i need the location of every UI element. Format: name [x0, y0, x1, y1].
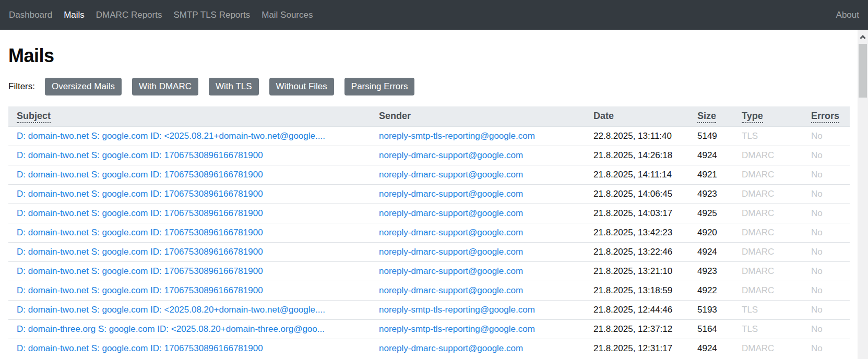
- sender-link[interactable]: noreply-dmarc-support@google.com: [379, 170, 523, 180]
- sender-link: noreply-dmarc-support@google.com: [371, 204, 585, 223]
- size-cell: 4921: [689, 165, 733, 184]
- sender-link[interactable]: noreply-smtp-tls-reporting@google.com: [379, 305, 535, 315]
- date-cell: 21.8.2025, 14:11:14: [585, 165, 689, 184]
- table-row: D: domain-two.net S: google.com ID: 1706…: [8, 339, 850, 358]
- mails-table: SubjectSenderDateSizeTypeErrors D: domai…: [8, 106, 850, 358]
- sender-link[interactable]: noreply-smtp-tls-reporting@google.com: [379, 324, 535, 334]
- type-cell: DMARC: [733, 184, 803, 204]
- nav-item-mail-sources[interactable]: Mail Sources: [256, 10, 318, 20]
- column-header-size[interactable]: Size: [689, 106, 733, 126]
- filter-button-with-tls[interactable]: With TLS: [209, 78, 259, 95]
- table-row: D: domain-two.net S: google.com ID: 1706…: [8, 261, 850, 281]
- date-cell: 21.8.2025, 13:18:59: [585, 281, 689, 300]
- column-header-errors[interactable]: Errors: [803, 106, 850, 126]
- sender-link: noreply-dmarc-support@google.com: [371, 223, 585, 242]
- type-cell: TLS: [733, 126, 803, 146]
- size-cell: 4920: [689, 223, 733, 242]
- errors-cell: No: [803, 281, 850, 300]
- size-cell: 5164: [689, 319, 733, 339]
- size-cell: 4924: [689, 242, 733, 261]
- vertical-scrollbar[interactable]: [858, 30, 868, 359]
- subject-link: D: domain-two.net S: google.com ID: 1706…: [8, 242, 371, 261]
- date-cell: 21.8.2025, 13:22:46: [585, 242, 689, 261]
- date-cell: 21.8.2025, 12:37:12: [585, 319, 689, 339]
- chevron-up-icon: [860, 35, 865, 41]
- column-header-label: Date: [593, 111, 614, 121]
- column-header-date[interactable]: Date: [585, 106, 689, 126]
- sender-link[interactable]: noreply-dmarc-support@google.com: [379, 189, 523, 199]
- nav-item-dashboard[interactable]: Dashboard: [9, 10, 58, 20]
- errors-cell: No: [803, 184, 850, 204]
- errors-cell: No: [803, 242, 850, 261]
- column-header-label: Subject: [17, 111, 51, 123]
- scrollbar-thumb[interactable]: [859, 44, 867, 98]
- navbar-right: About: [836, 10, 859, 20]
- errors-cell: No: [803, 204, 850, 223]
- date-cell: 21.8.2025, 13:42:23: [585, 223, 689, 242]
- subject-link[interactable]: D: domain-two.net S: google.com ID: <202…: [17, 131, 325, 141]
- errors-cell: No: [803, 339, 850, 358]
- sender-link[interactable]: noreply-dmarc-support@google.com: [379, 343, 523, 353]
- subject-link[interactable]: D: domain-two.net S: google.com ID: 1706…: [17, 247, 263, 257]
- subject-link: D: domain-two.net S: google.com ID: 1706…: [8, 281, 371, 300]
- sender-link[interactable]: noreply-dmarc-support@google.com: [379, 266, 523, 276]
- errors-cell: No: [803, 261, 850, 281]
- date-cell: 21.8.2025, 14:06:45: [585, 184, 689, 204]
- date-cell: 22.8.2025, 13:11:40: [585, 126, 689, 146]
- subject-link[interactable]: D: domain-two.net S: google.com ID: 1706…: [17, 170, 263, 180]
- filter-button-oversized-mails[interactable]: Oversized Mails: [45, 78, 122, 95]
- subject-link[interactable]: D: domain-two.net S: google.com ID: 1706…: [17, 189, 263, 199]
- subject-link: D: domain-two.net S: google.com ID: 1706…: [8, 204, 371, 223]
- column-header-sender[interactable]: Sender: [371, 106, 585, 126]
- nav-item-dmarc-reports[interactable]: DMARC Reports: [90, 10, 168, 20]
- subject-link: D: domain-two.net S: google.com ID: 1706…: [8, 339, 371, 358]
- sender-link[interactable]: noreply-dmarc-support@google.com: [379, 285, 523, 295]
- sender-link[interactable]: noreply-smtp-tls-reporting@google.com: [379, 131, 535, 141]
- subject-link[interactable]: D: domain-two.net S: google.com ID: 1706…: [17, 285, 263, 295]
- errors-cell: No: [803, 165, 850, 184]
- column-header-type[interactable]: Type: [733, 106, 803, 126]
- type-cell: DMARC: [733, 242, 803, 261]
- sender-link: noreply-smtp-tls-reporting@google.com: [371, 126, 585, 146]
- filter-buttons: Oversized MailsWith DMARCWith TLSWithout…: [45, 78, 425, 95]
- date-cell: 21.8.2025, 14:26:18: [585, 146, 689, 165]
- subject-link[interactable]: D: domain-two.net S: google.com ID: 1706…: [17, 150, 263, 160]
- table-row: D: domain-two.net S: google.com ID: 1706…: [8, 146, 850, 165]
- sender-link: noreply-dmarc-support@google.com: [371, 261, 585, 281]
- sender-link[interactable]: noreply-dmarc-support@google.com: [379, 228, 523, 237]
- sender-link: noreply-dmarc-support@google.com: [371, 339, 585, 358]
- nav-item-smtp-tls-reports[interactable]: SMTP TLS Reports: [168, 10, 256, 20]
- sender-link[interactable]: noreply-dmarc-support@google.com: [379, 208, 523, 218]
- filter-button-with-dmarc[interactable]: With DMARC: [132, 78, 198, 95]
- size-cell: 4924: [689, 146, 733, 165]
- navbar-links: DashboardMailsDMARC ReportsSMTP TLS Repo…: [9, 10, 318, 20]
- content-area: Mails Filters: Oversized MailsWith DMARC…: [0, 30, 858, 359]
- type-cell: DMARC: [733, 339, 803, 358]
- subject-link[interactable]: D: domain-two.net S: google.com ID: 1706…: [17, 228, 263, 237]
- subject-link: D: domain-two.net S: google.com ID: 1706…: [8, 223, 371, 242]
- nav-item-about[interactable]: About: [836, 10, 859, 20]
- size-cell: 4923: [689, 261, 733, 281]
- subject-link[interactable]: D: domain-two.net S: google.com ID: 1706…: [17, 208, 263, 218]
- filter-button-without-files[interactable]: Without Files: [269, 78, 334, 95]
- filter-button-parsing-errors[interactable]: Parsing Errors: [344, 78, 415, 95]
- type-cell: TLS: [733, 319, 803, 339]
- page-title: Mails: [8, 45, 858, 67]
- subject-link[interactable]: D: domain-two.net S: google.com ID: <202…: [17, 305, 325, 315]
- sender-link[interactable]: noreply-dmarc-support@google.com: [379, 150, 523, 160]
- nav-item-mails[interactable]: Mails: [58, 10, 90, 20]
- column-header-label: Type: [742, 111, 763, 123]
- table-row: D: domain-two.net S: google.com ID: 1706…: [8, 204, 850, 223]
- subject-link[interactable]: D: domain-two.net S: google.com ID: 1706…: [17, 266, 263, 276]
- subject-link[interactable]: D: domain-three.org S: google.com ID: <2…: [17, 324, 325, 334]
- type-cell: TLS: [733, 300, 803, 319]
- size-cell: 5193: [689, 300, 733, 319]
- column-header-subject[interactable]: Subject: [8, 106, 371, 126]
- table-row: D: domain-two.net S: google.com ID: 1706…: [8, 184, 850, 204]
- scrollbar-up-button[interactable]: [858, 30, 868, 43]
- table-row: D: domain-two.net S: google.com ID: <202…: [8, 126, 850, 146]
- subject-link[interactable]: D: domain-two.net S: google.com ID: 1706…: [17, 343, 263, 353]
- table-row: D: domain-two.net S: google.com ID: 1706…: [8, 281, 850, 300]
- sender-link[interactable]: noreply-dmarc-support@google.com: [379, 247, 523, 257]
- sender-link: noreply-dmarc-support@google.com: [371, 165, 585, 184]
